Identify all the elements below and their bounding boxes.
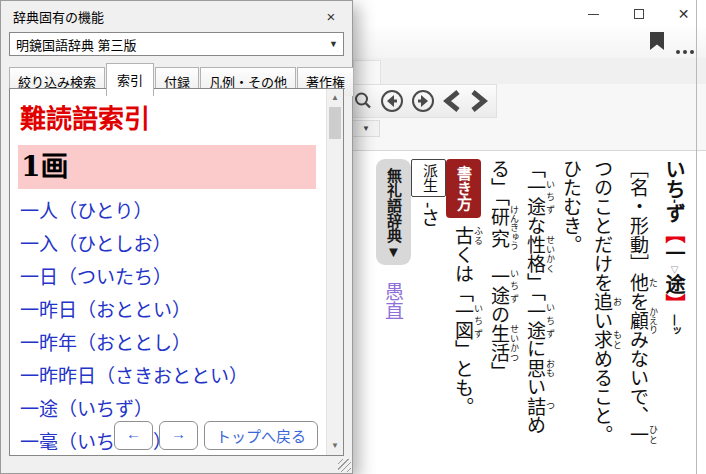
dictionary-features-dialog: 辞典固有の機能 × 明鏡国語辞典 第三版 ▼ 絞り込み検索 索引 付録 凡例・そ…	[0, 0, 353, 474]
index-back-button[interactable]: ←	[114, 421, 153, 450]
next-entry-chevron-icon[interactable]	[469, 89, 489, 113]
content-right-border	[696, 0, 697, 474]
entry-text: 一途いちず	[524, 302, 546, 340]
entry-text: に	[524, 340, 546, 359]
background-tab[interactable]	[353, 60, 381, 84]
entry-text: みないで、	[627, 330, 649, 425]
entry-content-area: いち‐ず【一▽途】―ッ［名・形動］他たを顧かえりみないで、一ひとつのことだけを追…	[340, 150, 706, 474]
entry-text: 一	[662, 244, 686, 264]
forward-circle-icon[interactable]	[411, 89, 435, 113]
entry-text: め	[524, 416, 546, 435]
entry-text: ―ッ	[668, 315, 681, 337]
chevron-down-icon: ▼	[329, 39, 338, 49]
index-page: 難読語索引 1画 一人（ひとり）一入（ひとしお）一日（ついたち）一昨日（おととい…	[10, 89, 326, 455]
dictionary-select-value: 明鏡国語辞典 第三版	[16, 35, 137, 54]
close-icon: ✕	[678, 7, 690, 21]
dialog-titlebar: 辞典固有の機能 ×	[1, 1, 352, 31]
entry-text: ［名・形動］	[627, 159, 649, 273]
entry-text: い	[591, 311, 613, 330]
dictionary-select[interactable]: 明鏡国語辞典 第三版 ▼	[9, 32, 344, 56]
entry-text: 古ふる	[452, 226, 474, 245]
entry-line: つのことだけを追おい求もとめること。	[586, 159, 622, 474]
entry-text: くは「	[452, 245, 474, 302]
entry-text: る」「	[488, 159, 510, 207]
entry-text: ‐さ	[418, 202, 440, 227]
entry-text	[488, 248, 510, 267]
entry-text: 求もと	[591, 330, 613, 349]
minimize-icon	[588, 14, 599, 15]
tab-strip	[340, 58, 706, 84]
view-dropdown-button[interactable]: ▼	[352, 120, 380, 137]
entry-text: 【	[662, 224, 686, 244]
entry-text: 顧かえり	[627, 311, 649, 330]
entry-line: 派生‐さ	[411, 159, 446, 474]
entry-text: 」	[488, 362, 510, 381]
entry-text: 一図いちず	[452, 302, 474, 340]
index-forward-button[interactable]: →	[159, 421, 198, 450]
entry-text: 生活せいかつ	[488, 324, 510, 362]
index-item[interactable]: 一昨日（おととい）	[20, 294, 326, 327]
entry-line: ［名・形動］他たを顧かえりみないで、一ひと	[622, 159, 658, 474]
maximize-icon	[634, 9, 644, 19]
prev-entry-chevron-icon[interactable]	[442, 89, 462, 113]
index-item[interactable]: 一入（ひとしお）	[20, 228, 326, 261]
search-icon[interactable]	[353, 89, 373, 113]
entry-text: い	[524, 378, 546, 397]
hasei-box: 派生	[411, 159, 446, 197]
resize-grip[interactable]	[338, 459, 351, 472]
entry-line: 無礼語辞典▼愚直	[376, 159, 411, 474]
entry-text: 一途いちず	[488, 267, 510, 305]
minimize-button[interactable]	[571, 0, 616, 28]
entry-line: る」「研究けんきゅう 一途いちずの生活せいかつ」	[483, 159, 519, 474]
entry-text: な	[524, 216, 546, 235]
entry-text: 途	[662, 275, 686, 295]
entry-line: いち‐ず【一▽途】―ッ	[658, 159, 690, 474]
kakikata-badge: 書き方	[446, 159, 481, 218]
index-item[interactable]: 一昨昨日（さきおととい）	[20, 360, 326, 393]
index-list: 一人（ひとり）一入（ひとしお）一日（ついたち）一昨日（おととい）一昨年（おととし…	[20, 195, 326, 455]
ribbon-bar	[340, 28, 706, 58]
scroll-up-icon[interactable]: ▲	[327, 90, 343, 106]
entry-text: 他た	[627, 273, 649, 292]
related-word-link[interactable]: 愚直	[382, 282, 404, 320]
entry-text: いち	[662, 159, 686, 199]
entry-line: 書き方古ふるくは「一図いちず」とも。	[446, 159, 483, 474]
back-circle-icon[interactable]	[380, 89, 404, 113]
entry-text: 追お	[591, 292, 613, 311]
index-item[interactable]: 一昨年（おととし）	[20, 327, 326, 360]
index-nav-buttons: ← → トップへ戻る	[114, 421, 318, 450]
back-to-top-button[interactable]: トップへ戻る	[204, 421, 318, 450]
index-item[interactable]: 一人（ひとり）	[20, 195, 326, 228]
entry-text: 研究けんきゅう	[488, 207, 510, 249]
toolbar	[345, 84, 497, 118]
bureigo-jiten-badge[interactable]: 無礼語辞典▼	[376, 159, 411, 265]
entry-text: 】	[662, 295, 686, 315]
stroke-section-banner: 1画	[18, 145, 316, 189]
tab-index[interactable]: 索引	[106, 63, 154, 96]
index-heading: 難読語索引	[20, 98, 326, 135]
entry-line: 「一途いちずな性格せいかく」「一途いちずに思おもい詰つめ	[519, 159, 555, 474]
entry-text: 」とも。	[452, 340, 474, 416]
bookmark-icon[interactable]	[650, 32, 664, 50]
toolbar-strip: ▼	[340, 84, 706, 150]
more-icon[interactable]	[676, 40, 698, 44]
entry-line: ひたむき。	[555, 159, 586, 474]
entry-text: ず	[662, 204, 686, 224]
entry-text: 詰つ	[524, 397, 546, 416]
entry-text: の	[488, 305, 510, 324]
entry-text: 一途いちず	[524, 178, 546, 216]
close-window-button[interactable]: ✕	[661, 0, 706, 28]
dialog-close-button[interactable]: ×	[316, 3, 346, 29]
entry-text: 一ひと	[627, 425, 649, 444]
maximize-button[interactable]	[616, 0, 661, 28]
entry-text: めること。	[591, 349, 613, 444]
entry-text: 」「	[524, 273, 546, 302]
entry-text: つのことだけを	[591, 159, 613, 292]
scroll-down-icon[interactable]: ▼	[327, 438, 343, 454]
index-item[interactable]: 一日（ついたち）	[20, 261, 326, 294]
scroll-thumb[interactable]	[329, 107, 341, 139]
dictionary-entry: いち‐ず【一▽途】―ッ［名・形動］他たを顧かえりみないで、一ひとつのことだけを追…	[376, 159, 690, 474]
panel-scrollbar[interactable]: ▲ ▼	[326, 89, 343, 455]
entry-text: 「	[524, 159, 546, 178]
dialog-title: 辞典固有の機能	[13, 7, 104, 26]
